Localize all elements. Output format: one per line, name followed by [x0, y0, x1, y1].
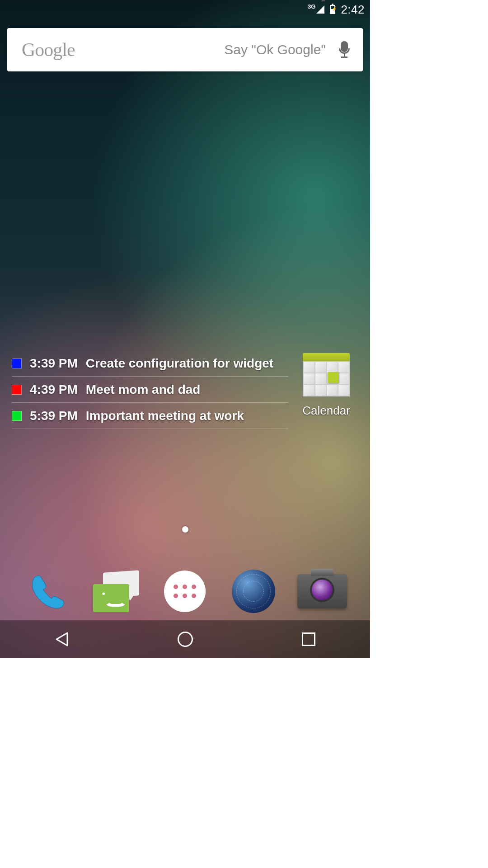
- status-bar[interactable]: 3G ⚡ 2:42: [0, 0, 370, 19]
- back-icon: [54, 631, 70, 647]
- nav-home-button[interactable]: [175, 629, 195, 649]
- google-logo: Google: [22, 39, 75, 61]
- calendar-icon: [301, 353, 352, 398]
- home-dock: [0, 564, 370, 618]
- page-indicator: [182, 526, 188, 533]
- calendar-widget[interactable]: 3:39 PM Create configuration for widget …: [12, 350, 362, 429]
- recent-icon: [302, 632, 315, 646]
- nav-back-button[interactable]: [52, 629, 72, 649]
- messaging-app[interactable]: [91, 566, 142, 617]
- event-color-swatch: [12, 411, 22, 421]
- camera-app[interactable]: [297, 566, 347, 617]
- calendar-event-list: 3:39 PM Create configuration for widget …: [12, 350, 288, 429]
- google-search-bar[interactable]: Google Say "Ok Google": [7, 28, 363, 71]
- camera-icon: [297, 574, 347, 609]
- search-hint: Say "Ok Google": [75, 42, 326, 57]
- globe-icon: [232, 570, 275, 613]
- signal-icon: [316, 5, 324, 14]
- event-time: 5:39 PM: [30, 409, 78, 423]
- event-title: Important meeting at work: [86, 409, 288, 423]
- navigation-bar: [0, 620, 370, 658]
- event-time: 4:39 PM: [30, 382, 78, 397]
- browser-app[interactable]: [228, 566, 279, 617]
- event-title: Meet mom and dad: [86, 382, 288, 397]
- messaging-icon: [93, 584, 129, 612]
- phone-icon: [25, 569, 70, 614]
- event-color-swatch: [12, 359, 22, 368]
- battery-icon: ⚡: [330, 5, 335, 14]
- calendar-app-label: Calendar: [302, 404, 350, 418]
- event-time: 3:39 PM: [30, 356, 78, 371]
- nav-recent-button[interactable]: [299, 629, 319, 649]
- phone-app[interactable]: [23, 566, 73, 617]
- event-color-swatch: [12, 385, 22, 395]
- home-icon: [178, 632, 193, 647]
- app-drawer-button[interactable]: [160, 566, 210, 617]
- microphone-icon[interactable]: [338, 41, 350, 58]
- app-drawer-icon: [164, 571, 206, 612]
- calendar-event-row[interactable]: 3:39 PM Create configuration for widget: [12, 350, 288, 377]
- status-time: 2:42: [341, 3, 365, 17]
- event-title: Create configuration for widget: [86, 356, 288, 371]
- network-3g-label: 3G: [308, 3, 315, 10]
- calendar-event-row[interactable]: 4:39 PM Meet mom and dad: [12, 377, 288, 403]
- calendar-app-shortcut[interactable]: Calendar: [299, 353, 353, 429]
- wallpaper: [0, 0, 370, 658]
- calendar-event-row[interactable]: 5:39 PM Important meeting at work: [12, 403, 288, 429]
